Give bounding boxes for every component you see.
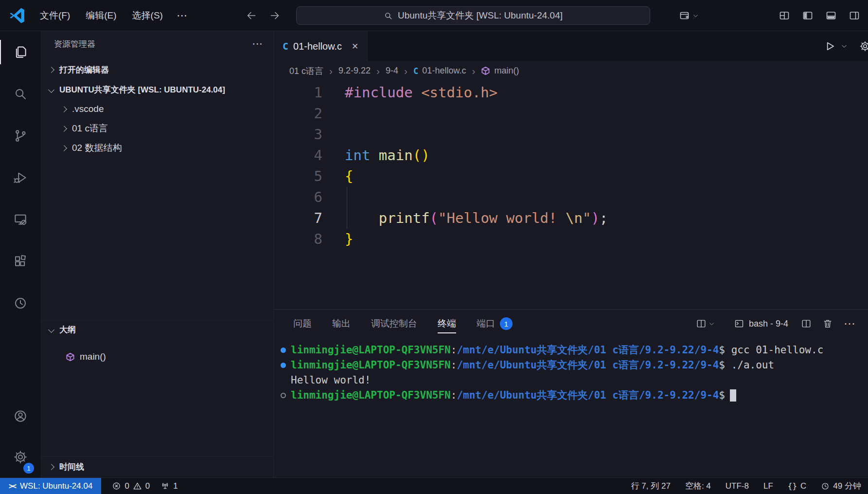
breadcrumb-label: 9.2-9.22 xyxy=(338,66,371,76)
breadcrumb-item[interactable]: main() xyxy=(481,66,519,76)
layout-control-dropdown[interactable] xyxy=(679,10,699,21)
panel-tab-label: 终端 xyxy=(438,317,456,330)
breadcrumb-item[interactable]: 9.2-9.22 xyxy=(338,66,371,76)
tree-item-folder[interactable]: .vscode xyxy=(41,99,273,119)
timeline-section[interactable]: 时间线 xyxy=(41,456,273,477)
eol-indicator[interactable]: LF xyxy=(763,481,773,491)
bottom-panel: 问题输出调试控制台终端端口1 bash - 9-4 ⋯ xyxy=(274,309,868,477)
panel-tab[interactable]: 端口1 xyxy=(477,310,513,338)
line-number: 8 xyxy=(274,229,322,250)
back-arrow-icon[interactable] xyxy=(246,10,257,21)
token: <stdio.h> xyxy=(421,84,497,101)
new-terminal-dropdown[interactable] xyxy=(696,318,715,329)
panel-tab[interactable]: 调试控制台 xyxy=(371,310,417,338)
toggle-primary-sidebar-icon[interactable] xyxy=(802,10,814,21)
activity-search[interactable] xyxy=(0,73,41,115)
layout-control-icon xyxy=(679,10,691,21)
token: main xyxy=(379,147,413,164)
encoding[interactable]: UTF-8 xyxy=(726,481,749,491)
token: int xyxy=(345,147,370,164)
menu-item[interactable]: 选择(S) xyxy=(125,6,170,25)
code-area[interactable]: 1#include <stdio.h>234int main()5{67 pri… xyxy=(274,80,868,309)
menu-item[interactable]: 编辑(E) xyxy=(79,6,123,25)
activity-timeline-clock[interactable] xyxy=(0,282,41,324)
open-editors-section[interactable]: 打开的编辑器 xyxy=(41,59,273,80)
tree-item-folder[interactable]: 01 c语言 xyxy=(41,119,273,138)
indentation[interactable]: 空格: 4 xyxy=(685,480,711,492)
panel-tab[interactable]: 终端 xyxy=(438,310,456,338)
customize-layout-icon[interactable] xyxy=(779,10,790,21)
command-center-search[interactable]: Ubuntu共享文件夹 [WSL: Ubuntu-24.04] xyxy=(296,6,650,25)
breadcrumb-separator: › xyxy=(376,66,380,76)
code-text xyxy=(322,103,345,124)
terminal-cursor xyxy=(730,389,736,402)
workspace-root-row[interactable]: UBUNTU共享文件夹 [WSL: UBUNTU-24.04] xyxy=(41,80,273,99)
explorer-sidebar: 资源管理器 ⋯ 打开的编辑器 UBUNTU共享文件夹 [WSL: UBUNTU-… xyxy=(41,31,274,477)
breadcrumb-separator: › xyxy=(329,66,333,76)
editor-settings-gear-icon[interactable] xyxy=(859,40,868,52)
forward-arrow-icon[interactable] xyxy=(269,10,281,21)
terminal-line: linmingjie@LAPTOP-QF3VN5FN:/mnt/e/Ubuntu… xyxy=(281,388,868,403)
code-line: 4int main() xyxy=(274,145,868,166)
command-decoration xyxy=(281,393,286,398)
breadcrumb-item[interactable]: 01 c语言 xyxy=(289,65,323,77)
token: ( xyxy=(430,210,438,226)
ports-indicator[interactable]: 1 xyxy=(160,481,177,491)
activity-run-debug[interactable] xyxy=(0,157,41,199)
tree-item-folder[interactable]: 02 数据结构 xyxy=(41,138,273,158)
split-terminal-icon[interactable] xyxy=(801,318,812,329)
cursor-position[interactable]: 行 7, 列 27 xyxy=(631,480,671,492)
breadcrumb-separator: › xyxy=(472,66,475,76)
gear-icon xyxy=(13,450,28,464)
token xyxy=(413,84,421,101)
vscode-logo-icon xyxy=(9,7,25,24)
breadcrumb-item[interactable]: 9-4 xyxy=(386,66,398,76)
panel-tab[interactable]: 问题 xyxy=(293,310,312,338)
title-bar: 文件(F)编辑(E)选择(S) ⋯ Ubuntu共享文件夹 [WSL: Ubun… xyxy=(0,0,868,31)
close-tab-icon[interactable]: ✕ xyxy=(352,41,358,52)
more-actions-icon[interactable]: ⋯ xyxy=(252,37,263,50)
terminal-content[interactable]: linmingjie@LAPTOP-QF3VN5FN:/mnt/e/Ubuntu… xyxy=(274,338,868,477)
menu-more-button[interactable]: ⋯ xyxy=(170,9,194,22)
menu-item[interactable]: 文件(F) xyxy=(33,6,77,25)
breadcrumb-item[interactable]: C01-hellow.c xyxy=(413,66,466,76)
terminal-command: gcc 01-hellow.c xyxy=(725,343,823,358)
editor-tab[interactable]: C 01-hellow.c ✕ xyxy=(274,31,368,61)
terminal-line: linmingjie@LAPTOP-QF3VN5FN:/mnt/e/Ubuntu… xyxy=(281,343,868,358)
terminal-instance-item[interactable]: bash - 9-4 xyxy=(734,319,788,329)
breadcrumb-label: 01 c语言 xyxy=(289,65,323,77)
toggle-secondary-sidebar-icon[interactable] xyxy=(849,10,860,21)
panel-more-actions-icon[interactable]: ⋯ xyxy=(844,318,855,329)
timer-label: 49 分钟 xyxy=(833,480,861,492)
timer-indicator[interactable]: 49 分钟 xyxy=(821,480,861,492)
toggle-panel-icon[interactable] xyxy=(825,10,837,21)
symbol-method-icon xyxy=(66,352,75,362)
titlebar-actions xyxy=(679,0,860,31)
activity-explorer[interactable] xyxy=(0,31,41,73)
chevron-right-icon xyxy=(48,67,54,73)
outline-section[interactable]: 大纲 xyxy=(41,320,273,339)
chevron-down-icon[interactable] xyxy=(841,43,848,50)
activity-remote-explorer[interactable] xyxy=(0,199,41,240)
activity-account[interactable] xyxy=(0,396,41,437)
remote-indicator[interactable]: >< WSL: Ubuntu-24.04 xyxy=(0,478,101,494)
code-line: 8} xyxy=(274,229,868,250)
language-label: C xyxy=(800,481,806,491)
token xyxy=(370,147,378,164)
token xyxy=(345,210,379,226)
open-editors-label: 打开的编辑器 xyxy=(59,64,109,75)
folder-name: .vscode xyxy=(72,104,104,114)
error-count: 0 xyxy=(124,481,129,491)
outline-item[interactable]: main() xyxy=(41,347,273,366)
outline-list: main() xyxy=(41,347,273,366)
problems-indicator[interactable]: 0 0 xyxy=(112,481,150,491)
activity-extensions[interactable] xyxy=(0,240,41,282)
activity-source-control[interactable] xyxy=(0,115,41,157)
language-mode[interactable]: {} C xyxy=(788,481,807,491)
panel-tab-label: 问题 xyxy=(293,317,312,330)
panel-tab[interactable]: 输出 xyxy=(332,310,351,338)
activity-settings[interactable]: 1 xyxy=(0,437,41,477)
run-button-icon[interactable] xyxy=(823,40,836,53)
kill-terminal-trash-icon[interactable] xyxy=(822,318,833,329)
ports-count: 1 xyxy=(173,481,177,491)
